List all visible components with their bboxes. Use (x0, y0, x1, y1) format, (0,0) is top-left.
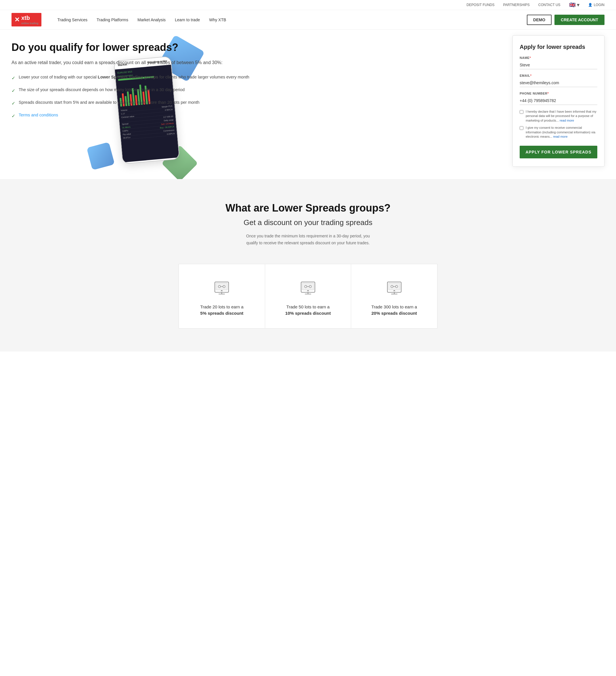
terms-link[interactable]: Terms and conditions (19, 112, 58, 118)
section-title: What are Lower Spreads groups? (11, 202, 605, 214)
checkbox-1[interactable] (520, 110, 523, 114)
list-item-3: ✓ Spreads discounts start from 5% and ar… (11, 100, 338, 107)
checkbox-group-2: I give my consent to receive commercial … (520, 126, 597, 139)
nav-wrapper: ✕ xtb online trading Trading Services Tr… (0, 10, 616, 30)
checkbox-2-text: I give my consent to receive commercial … (526, 126, 597, 139)
lower-spreads-section: What are Lower Spreads groups? Get a dis… (0, 179, 616, 351)
phone-input[interactable] (520, 97, 597, 105)
form-title: Apply for lower spreads (520, 44, 597, 50)
card-icon-1 (212, 279, 231, 297)
logo-icon: ✕ (14, 16, 19, 23)
card-title-1: Trade 20 lots to earn a 5% spreads disco… (200, 304, 243, 317)
partnerships-link[interactable]: PARTNERSHIPS (503, 3, 529, 7)
name-input[interactable] (520, 61, 597, 69)
logo-text: xtb (21, 15, 30, 21)
check-icon-1: ✓ (11, 75, 15, 81)
nav-actions: DEMO CREATE ACCOUNT (527, 15, 605, 25)
nav-link-trading-platforms[interactable]: Trading Platforms (92, 15, 133, 25)
nav-links: Trading Services Trading Platforms Marke… (53, 15, 527, 25)
name-field-group: NAME* (520, 56, 597, 69)
hero-title: Do you qualify for lower spreads? (11, 41, 338, 53)
apply-button[interactable]: APPLY FOR LOWER SPREADS (520, 146, 597, 158)
contact-link[interactable]: CONTACT US (538, 3, 561, 7)
phone-field-group: PHONE NUMBER* (520, 92, 597, 105)
nav-link-market-analysis[interactable]: Market Analysis (133, 15, 170, 25)
list-text-2: The size of your spreads discount depend… (19, 87, 185, 93)
nav-link-trading-services[interactable]: Trading Services (53, 15, 92, 25)
section-description: Once you trade the minimum lots requirem… (242, 233, 374, 246)
create-account-button[interactable]: CREATE ACCOUNT (555, 15, 605, 25)
card-icon-3 (385, 279, 404, 297)
list-item-1: ✓ Lower your cost of trading with our sp… (11, 74, 338, 81)
card-2: Trade 50 lots to earn a 10% spreads disc… (265, 264, 351, 329)
email-label: EMAIL* (520, 74, 597, 77)
logo[interactable]: ✕ xtb online trading (11, 13, 41, 26)
email-field-group: EMAIL* (520, 74, 597, 87)
checkbox-2[interactable] (520, 126, 523, 130)
email-input[interactable] (520, 79, 597, 87)
card-3: Trade 300 lots to earn a 20% spreads dis… (351, 264, 438, 329)
list-item-terms: ✓ Terms and conditions (11, 112, 338, 120)
login-icon: 👤 (588, 3, 593, 7)
section-subtitle: Get a discount on your trading spreads (11, 218, 605, 227)
card-1: Trade 20 lots to earn a 5% spreads disco… (178, 264, 265, 329)
deposit-link[interactable]: DEPOSIT FUNDS (466, 3, 494, 7)
list-text-3: Spreads discounts start from 5% and are … (19, 100, 200, 106)
form-panel: Apply for lower spreads NAME* EMAIL* PHO… (512, 35, 605, 167)
flag-icon: 🇬🇧 ▾ (569, 2, 579, 8)
card-title-2: Trade 50 lots to earn a 10% spreads disc… (285, 304, 331, 317)
hero-section: Do you qualify for lower spreads? As an … (0, 30, 616, 179)
logo-sub: online trading (21, 22, 39, 25)
check-icon-2: ✓ (11, 88, 15, 94)
read-more-link-1[interactable]: read more (560, 119, 574, 122)
list-item-2: ✓ The size of your spreads discount depe… (11, 87, 338, 94)
check-icon-terms: ✓ (11, 113, 15, 120)
checkbox-group-1: I hereby declare that I have been inform… (520, 110, 597, 123)
hero-subtitle: As an active retail trader, you could ea… (11, 59, 338, 66)
check-icon-3: ✓ (11, 100, 15, 107)
name-label: NAME* (520, 56, 597, 59)
nav-link-learn-to-trade[interactable]: Learn to trade (170, 15, 204, 25)
list-text-1: Lower your cost of trading with our spec… (19, 74, 249, 80)
hero-list: ✓ Lower your cost of trading with our sp… (11, 74, 338, 120)
cards-row: Trade 20 lots to earn a 5% spreads disco… (178, 264, 438, 329)
hero-left: Do you qualify for lower spreads? As an … (11, 41, 338, 162)
read-more-link-2[interactable]: read more (553, 135, 567, 138)
card-icon-2 (299, 279, 317, 297)
login-button[interactable]: 👤 LOGIN (588, 3, 605, 7)
demo-button[interactable]: DEMO (527, 15, 552, 25)
phone-label: PHONE NUMBER* (520, 92, 597, 95)
checkbox-1-text: I hereby declare that I have been inform… (526, 110, 597, 123)
card-title-3: Trade 300 lots to earn a 20% spreads dis… (371, 304, 417, 317)
nav-link-why-xtb[interactable]: Why XTB (204, 15, 230, 25)
login-label: LOGIN (594, 3, 605, 7)
top-bar: DEPOSIT FUNDS PARTNERSHIPS CONTACT US 🇬🇧… (0, 0, 616, 10)
